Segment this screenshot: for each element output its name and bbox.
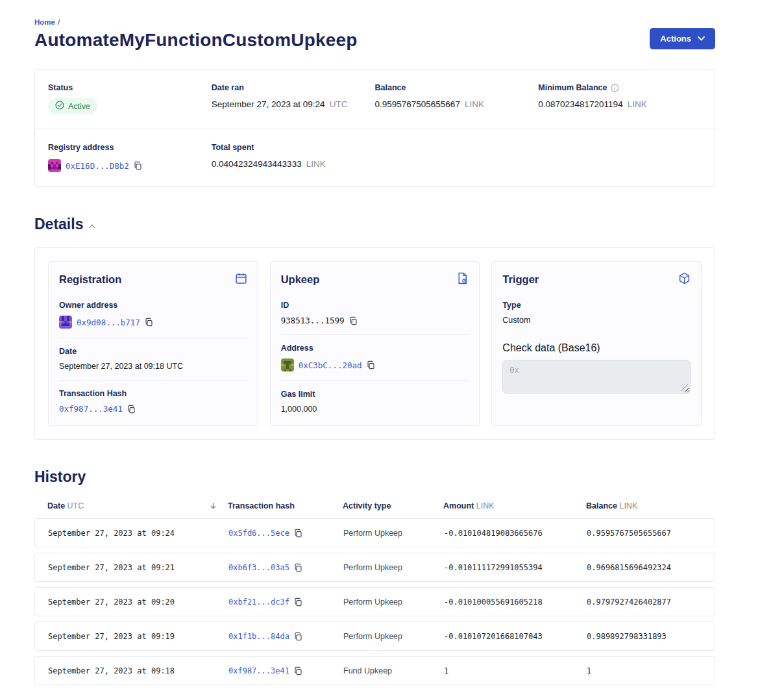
upkeep-card: Upkeep ID 938513...1599 Address 0xC3bC..… bbox=[270, 261, 480, 426]
calendar-icon bbox=[235, 272, 247, 287]
identicon-avatar-registry bbox=[48, 159, 61, 172]
actions-button-label: Actions bbox=[660, 34, 691, 44]
registration-date-group: Date September 27, 2023 at 09:18 UTC bbox=[59, 338, 247, 381]
upkeep-address-link[interactable]: 0xC3bC...20ad bbox=[299, 360, 362, 370]
row-activity-type: Perform Upkeep bbox=[343, 597, 444, 607]
table-row: September 27, 2023 at 09:19 0x1f1b...84d… bbox=[34, 622, 715, 651]
registry-address-link[interactable]: 0xE16D...D8b2 bbox=[66, 161, 129, 171]
trigger-type-group: Type Custom bbox=[502, 292, 691, 334]
column-balance-label: Balance bbox=[586, 501, 617, 510]
status-label: Status bbox=[48, 83, 73, 92]
registration-date-value: September 27, 2023 at 09:18 UTC bbox=[59, 362, 183, 371]
identicon-avatar-owner bbox=[59, 316, 72, 329]
transaction-hash-link[interactable]: 0xb6f3...03a5 bbox=[228, 563, 289, 572]
registration-card-title: Registration bbox=[59, 273, 121, 286]
registration-date-label: Date bbox=[59, 347, 247, 356]
page-title: AutomateMyFunctionCustomUpkeep bbox=[34, 30, 358, 51]
breadcrumb-home-link[interactable]: Home bbox=[34, 18, 55, 26]
transaction-hash-link[interactable]: 0xbf21...dc3f bbox=[228, 597, 289, 607]
row-date: September 27, 2023 at 09:24 bbox=[48, 529, 228, 538]
registration-tx-group: Transaction Hash 0xf987...3e41 bbox=[59, 381, 247, 416]
row-date: September 27, 2023 at 09:18 bbox=[48, 666, 228, 675]
copy-icon[interactable] bbox=[145, 318, 153, 327]
summary-card: Status Active Date ran September 27, 202… bbox=[34, 69, 715, 187]
table-row: September 27, 2023 at 09:20 0xbf21...dc3… bbox=[34, 587, 715, 616]
date-ran-value: September 27, 2023 at 09:24 bbox=[212, 99, 325, 109]
row-balance: 1 bbox=[587, 666, 702, 675]
transaction-hash-link[interactable]: 0x1f1b...84da bbox=[228, 632, 289, 641]
total-spent-unit: LINK bbox=[306, 159, 326, 169]
column-balance-unit: LINK bbox=[619, 501, 637, 510]
registry-address-label: Registry address bbox=[48, 143, 114, 152]
copy-icon[interactable] bbox=[294, 597, 302, 607]
row-amount: 1 bbox=[444, 666, 587, 675]
trigger-type-value: Custom bbox=[502, 316, 530, 325]
column-header-hash: Transaction hash bbox=[228, 501, 343, 510]
history-table: Date UTC Transaction hash Activity type … bbox=[34, 501, 715, 685]
row-balance: 0.9595767505655667 bbox=[587, 529, 702, 538]
row-balance: 0.989892798331893 bbox=[587, 632, 702, 641]
copy-icon[interactable] bbox=[294, 529, 302, 538]
transaction-hash-link[interactable]: 0x5fd6...5ece bbox=[228, 529, 289, 538]
date-ran-field: Date ran September 27, 2023 at 09:24 UTC bbox=[212, 81, 375, 114]
summary-row-2: Registry address 0xE16D...D8b2 Total spe… bbox=[35, 129, 715, 186]
row-amount: -0.010104819083665676 bbox=[444, 529, 587, 538]
column-amount-label: Amount bbox=[443, 501, 474, 510]
owner-address-label: Owner address bbox=[59, 301, 247, 310]
row-date: September 27, 2023 at 09:19 bbox=[48, 632, 228, 641]
transaction-hash-link[interactable]: 0xf987...3e41 bbox=[228, 666, 289, 675]
row-date: September 27, 2023 at 09:20 bbox=[48, 597, 228, 607]
row-balance: 0.9696815696492324 bbox=[587, 563, 702, 572]
row-activity-type: Perform Upkeep bbox=[343, 563, 444, 572]
check-data-group: Check data (Base16) bbox=[502, 334, 691, 396]
row-amount: -0.010111172991055394 bbox=[444, 563, 587, 572]
trigger-type-label: Type bbox=[502, 301, 691, 310]
column-header-amount: Amount LINK bbox=[443, 501, 586, 510]
copy-icon[interactable] bbox=[367, 360, 375, 370]
table-row: September 27, 2023 at 09:18 0xf987...3e4… bbox=[34, 656, 715, 685]
copy-icon[interactable] bbox=[294, 563, 302, 572]
copy-icon[interactable] bbox=[349, 316, 358, 325]
table-header-row: Date UTC Transaction hash Activity type … bbox=[34, 501, 715, 510]
row-activity-type: Perform Upkeep bbox=[343, 632, 444, 641]
balance-field: Balance 0.9595767505655667 LINK bbox=[375, 81, 539, 114]
copy-icon[interactable] bbox=[294, 666, 302, 675]
page-header: Home/ AutomateMyFunctionCustomUpkeep Act… bbox=[34, 18, 715, 51]
status-badge: Active bbox=[48, 98, 97, 114]
owner-address-group: Owner address 0x9d08...b717 bbox=[59, 292, 247, 338]
table-row: September 27, 2023 at 09:21 0xb6f3...03a… bbox=[34, 553, 715, 582]
registration-tx-link[interactable]: 0xf987...3e41 bbox=[59, 404, 123, 414]
details-section-head: Details bbox=[34, 216, 715, 233]
copy-icon[interactable] bbox=[134, 161, 142, 170]
upkeep-address-group: Address 0xC3bC...20ad bbox=[281, 335, 469, 381]
copy-icon[interactable] bbox=[294, 632, 302, 641]
status-field: Status Active bbox=[48, 81, 212, 114]
gas-limit-group: Gas limit 1,000,000 bbox=[281, 381, 469, 416]
date-ran-label: Date ran bbox=[212, 83, 244, 92]
status-badge-label: Active bbox=[68, 102, 90, 111]
collapse-caret-icon[interactable] bbox=[89, 224, 95, 229]
title-block: Home/ AutomateMyFunctionCustomUpkeep bbox=[34, 18, 358, 51]
row-amount: -0.010100055691605218 bbox=[444, 597, 587, 607]
upkeep-address-label: Address bbox=[281, 344, 469, 353]
registration-card: Registration Owner address 0x9d08...b717… bbox=[48, 261, 258, 426]
summary-row-1: Status Active Date ran September 27, 202… bbox=[35, 69, 715, 129]
gas-limit-label: Gas limit bbox=[281, 390, 469, 399]
copy-icon[interactable] bbox=[127, 405, 136, 414]
total-spent-label: Total spent bbox=[212, 143, 254, 152]
sort-descending-icon[interactable] bbox=[210, 503, 216, 509]
actions-button[interactable]: Actions bbox=[650, 28, 715, 49]
check-data-textarea[interactable] bbox=[502, 360, 691, 394]
balance-unit: LINK bbox=[465, 99, 484, 109]
identicon-avatar-upkeep bbox=[281, 358, 294, 371]
history-section-head: History bbox=[34, 468, 715, 486]
row-date: September 27, 2023 at 09:21 bbox=[48, 563, 228, 572]
upkeep-document-icon bbox=[456, 272, 469, 287]
trigger-card: Trigger Type Custom Check data (Base16) bbox=[491, 261, 702, 426]
check-circle-icon bbox=[55, 101, 64, 112]
upkeep-detail-page: Home/ AutomateMyFunctionCustomUpkeep Act… bbox=[34, 0, 715, 691]
info-icon[interactable] bbox=[611, 84, 619, 92]
min-balance-field: Minimum Balance 0.0870234817201194 LINK bbox=[538, 81, 702, 114]
row-activity-type: Fund Upkeep bbox=[343, 666, 444, 675]
owner-address-link[interactable]: 0x9d08...b717 bbox=[77, 318, 140, 327]
